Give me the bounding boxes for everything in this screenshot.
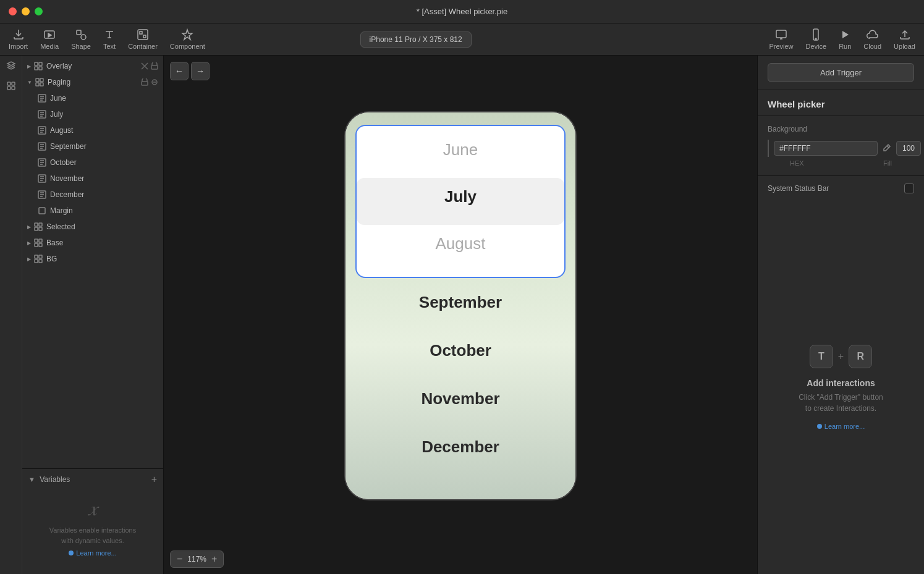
text-button[interactable]: Text [103, 28, 116, 50]
svg-rect-33 [39, 223, 42, 226]
import-button[interactable]: Import [9, 28, 28, 50]
cloud-button[interactable]: Cloud [863, 28, 881, 50]
add-variable-button[interactable]: + [151, 474, 157, 485]
layers-icon[interactable] [6, 61, 16, 72]
upload-button[interactable]: Upload [894, 28, 915, 50]
svg-rect-31 [39, 208, 45, 214]
layer-item[interactable]: October [22, 154, 163, 171]
hex-input[interactable] [774, 141, 878, 156]
nav-forward-button[interactable]: → [191, 62, 210, 80]
collapse-arrow: ▶ [27, 224, 31, 230]
svg-rect-41 [39, 255, 42, 258]
layer-item[interactable]: ▶Selected [22, 219, 163, 235]
background-row [768, 140, 914, 157]
background-section: Background HEX Fill [758, 116, 924, 176]
variables-icon: 𝑥 [35, 497, 151, 520]
layer-name: Base [46, 238, 63, 247]
layer-name: August [50, 126, 73, 135]
svg-rect-35 [39, 227, 42, 230]
svg-rect-6 [776, 30, 786, 38]
trigger-section: Add Trigger [758, 56, 924, 90]
phone-frame: June July August SeptemberOctoberNovembe… [344, 111, 577, 500]
component-button[interactable]: Component [170, 28, 205, 50]
minimize-button[interactable] [22, 7, 30, 15]
variables-section: ▼ Variables + 𝑥 Variables enable interac… [22, 468, 163, 574]
variables-header[interactable]: ▼ Variables + [28, 474, 157, 485]
svg-rect-14 [39, 62, 42, 65]
svg-rect-16 [39, 67, 42, 70]
container-button[interactable]: Container [128, 28, 158, 50]
layer-item[interactable]: ▶BG [22, 251, 163, 267]
below-month-item[interactable]: October [355, 326, 566, 374]
svg-rect-32 [35, 223, 38, 226]
variables-label: Variables [40, 475, 70, 484]
collapse-arrow: ▶ [27, 64, 31, 69]
zoom-out-button[interactable]: − [177, 554, 182, 565]
variables-content: 𝑥 Variables enable interactionswith dyna… [28, 485, 157, 569]
variables-learn-more[interactable]: Learn more... [35, 549, 151, 557]
svg-rect-20 [36, 83, 39, 86]
hex-label: HEX [790, 159, 804, 167]
layer-item[interactable]: July [22, 106, 163, 122]
preview-button[interactable]: Preview [769, 28, 793, 50]
svg-rect-12 [12, 87, 15, 90]
layer-type-icon [37, 109, 47, 119]
picker-window[interactable]: June July August [355, 125, 566, 278]
traffic-lights [9, 7, 43, 15]
svg-rect-42 [35, 260, 38, 263]
main-layout: ▶Overlay▼PagingJuneJulyAugustSeptemberOc… [0, 56, 924, 574]
picker-item-july[interactable]: July [357, 173, 564, 220]
layer-type-icon [37, 93, 47, 103]
picker-item-august[interactable]: August [357, 220, 564, 267]
interactions-learn-more[interactable]: Learn more... [817, 423, 865, 430]
layer-item[interactable]: ▶Base [22, 235, 163, 251]
interactions-desc: Click "Add Trigger" buttonto create Inte… [799, 392, 883, 414]
layer-item[interactable]: ▼Paging [22, 74, 163, 90]
svg-rect-11 [7, 87, 11, 90]
eyedropper-button[interactable] [883, 143, 891, 154]
key-r-badge: R [849, 345, 872, 368]
layer-item[interactable]: December [22, 187, 163, 203]
close-button[interactable] [9, 7, 17, 15]
zoom-in-button[interactable]: + [211, 554, 217, 565]
status-bar-checkbox[interactable] [904, 184, 914, 193]
color-swatch[interactable] [768, 140, 769, 157]
svg-rect-43 [39, 260, 42, 263]
below-month-item[interactable]: September [355, 278, 566, 326]
run-button[interactable]: Run [839, 28, 851, 50]
device-selector[interactable]: iPhone 11 Pro / X 375 x 812 [360, 32, 472, 48]
wheel-picker-container: June July August SeptemberOctoberNovembe… [345, 112, 575, 499]
svg-rect-4 [140, 32, 142, 34]
layer-item[interactable]: September [22, 138, 163, 154]
svg-rect-18 [36, 78, 39, 82]
fullscreen-button[interactable] [35, 7, 43, 15]
picker-item-june[interactable]: June [357, 126, 564, 173]
add-trigger-button[interactable]: Add Trigger [768, 63, 914, 82]
shape-button[interactable]: Shape [71, 28, 91, 50]
layer-item[interactable]: June [22, 90, 163, 106]
layer-name: December [50, 190, 84, 199]
plus-sign: + [838, 351, 844, 362]
layer-type-icon [37, 141, 47, 151]
below-month-item[interactable]: November [355, 374, 566, 423]
interactions-section: T + R Add interactions Click "Add Trigge… [758, 201, 924, 574]
svg-point-8 [815, 38, 816, 40]
svg-point-2 [81, 35, 86, 40]
media-button[interactable]: Media [40, 28, 59, 50]
opacity-input[interactable] [896, 141, 921, 156]
device-selector-wrapper[interactable]: iPhone 11 Pro / X 375 x 812 [360, 32, 472, 48]
below-month-item[interactable]: December [355, 423, 566, 471]
layer-item[interactable]: ▶Overlay [22, 58, 163, 74]
assets-icon[interactable] [6, 81, 16, 93]
layer-item[interactable]: Margin [22, 203, 163, 219]
layer-type-icon [33, 238, 43, 248]
layer-type-icon [37, 125, 47, 135]
layer-type-icon [37, 206, 47, 216]
svg-rect-13 [35, 62, 38, 65]
nav-back-button[interactable]: ← [170, 62, 189, 80]
layer-item[interactable]: November [22, 171, 163, 187]
device-button[interactable]: Device [806, 28, 827, 50]
window-title: * [Asset] Wheel picker.pie [417, 7, 507, 16]
sidebar-icon-column [0, 56, 22, 574]
layer-item[interactable]: August [22, 122, 163, 138]
